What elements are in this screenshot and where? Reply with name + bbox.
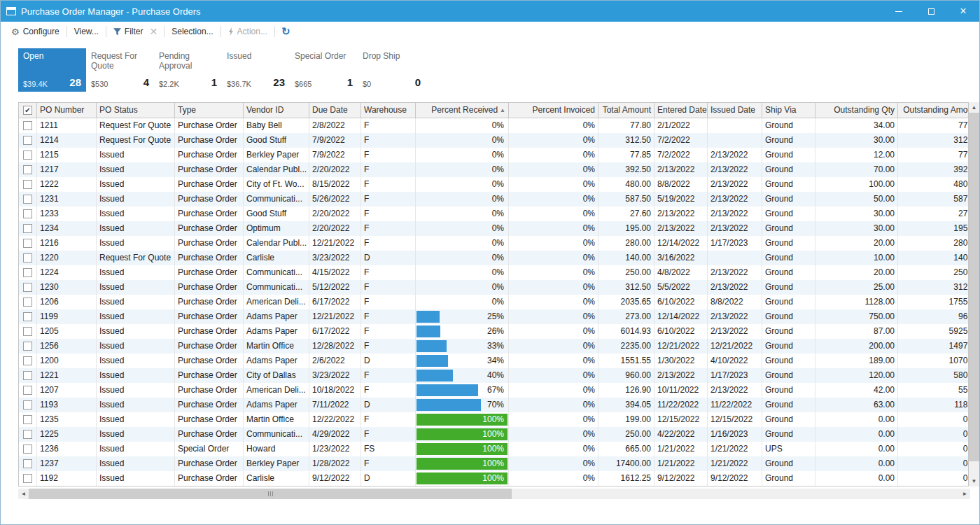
table-row[interactable]: 1222IssuedPurchase OrderCity of Ft. Wo..…	[19, 177, 969, 192]
table-row[interactable]: 1216IssuedPurchase OrderCalendar Publ...…	[19, 236, 969, 251]
row-checkbox[interactable]	[23, 121, 32, 130]
cell-out_amt: 0.00	[898, 442, 969, 456]
column-header-type[interactable]: Type	[175, 103, 244, 118]
table-row[interactable]: 1256IssuedPurchase OrderMartin Office12/…	[19, 339, 969, 354]
row-checkbox[interactable]	[23, 312, 32, 321]
scroll-right-arrow[interactable]: ►	[960, 489, 970, 499]
column-header-issued_date[interactable]: Issued Date	[708, 103, 762, 118]
horizontal-scroll-thumb[interactable]	[29, 489, 512, 499]
status-tile-special-order[interactable]: Special Order$6651	[290, 48, 358, 92]
row-checkbox[interactable]	[23, 444, 32, 454]
table-row[interactable]: 1207IssuedPurchase OrderAmerican Deli...…	[19, 383, 969, 398]
scroll-down-arrow[interactable]: ▼	[969, 476, 979, 486]
column-header-status[interactable]: PO Status	[97, 103, 175, 118]
row-checkbox[interactable]	[23, 371, 32, 380]
row-checkbox[interactable]	[23, 268, 32, 277]
row-checkbox[interactable]	[23, 136, 32, 145]
filter-button[interactable]: Filter	[110, 24, 147, 38]
refresh-icon[interactable]: ↻	[279, 25, 293, 38]
row-checkbox[interactable]	[23, 342, 32, 351]
table-row[interactable]: 1233IssuedPurchase OrderGood Stuff2/20/2…	[19, 206, 969, 221]
row-checkbox[interactable]	[23, 415, 32, 424]
table-row[interactable]: 1225IssuedPurchase OrderCommunicati...4/…	[19, 427, 969, 442]
configure-button[interactable]: ⚙ Configure	[8, 24, 63, 39]
table-row[interactable]: 1192IssuedPurchase OrderCarlisle9/12/202…	[19, 471, 969, 486]
status-tile-open[interactable]: Open$39.4K28	[18, 48, 86, 92]
selection-button[interactable]: Selection...	[168, 24, 216, 38]
row-checkbox[interactable]	[23, 386, 32, 395]
row-checkbox[interactable]	[23, 474, 32, 483]
row-checkbox[interactable]	[23, 459, 32, 468]
cell-issued_date: 2/13/2022	[708, 177, 762, 192]
column-header-ship_via[interactable]: Ship Via	[762, 103, 816, 118]
column-header-out_amt[interactable]: Outstanding Amount	[898, 103, 969, 118]
cell-ship_via: Ground	[762, 339, 816, 354]
column-header-vendor[interactable]: Vendor ID	[244, 103, 309, 118]
table-row[interactable]: 1231IssuedPurchase OrderCommunicati...5/…	[19, 192, 969, 206]
row-checkbox[interactable]	[23, 209, 32, 218]
scroll-left-arrow[interactable]: ◄	[18, 489, 29, 499]
table-row[interactable]: 1220Request For QuotePurchase OrderCarli…	[19, 251, 969, 265]
row-checkbox[interactable]	[23, 327, 32, 336]
table-row[interactable]: 1217IssuedPurchase OrderCalendar Publ...…	[19, 162, 969, 177]
column-header-pct_received[interactable]: Percent Received▲	[416, 103, 509, 118]
scroll-up-arrow[interactable]: ▲	[969, 102, 979, 113]
minimize-button[interactable]	[883, 1, 915, 22]
table-row[interactable]: 1214Request For QuotePurchase OrderGood …	[19, 133, 969, 148]
cell-out_amt: 1070.57	[898, 354, 969, 368]
table-row[interactable]: 1235IssuedPurchase OrderMartin Office12/…	[19, 412, 969, 427]
vertical-scroll-thumb[interactable]	[969, 113, 979, 461]
status-tile-drop-ship[interactable]: Drop Ship$00	[358, 48, 426, 92]
row-checkbox[interactable]	[23, 430, 32, 439]
table-row[interactable]: 1199IssuedPurchase OrderAdams Paper12/21…	[19, 309, 969, 324]
column-header-total[interactable]: Total Amount	[598, 103, 654, 118]
row-checkbox[interactable]	[23, 195, 32, 204]
table-row[interactable]: 1193IssuedPurchase OrderAdams Paper7/11/…	[19, 398, 969, 412]
vertical-scroll-track[interactable]	[969, 113, 979, 476]
column-header-due[interactable]: Due Date	[309, 103, 361, 118]
view-button[interactable]: View...	[71, 24, 102, 38]
close-button[interactable]: ×	[947, 1, 979, 22]
select-all-checkbox[interactable]	[23, 106, 32, 115]
table-row[interactable]: 1221IssuedPurchase OrderCity of Dallas3/…	[19, 368, 969, 383]
row-checkbox[interactable]	[23, 239, 32, 248]
column-header-pct_invoiced[interactable]: Percent Invoiced	[509, 103, 598, 118]
cell-po: 1234	[37, 221, 97, 236]
tile-label: Drop Ship	[363, 52, 421, 62]
table-row[interactable]: 1211Request For QuotePurchase OrderBaby …	[19, 118, 969, 133]
table-row[interactable]: 1215IssuedPurchase OrderBerkley Paper7/9…	[19, 148, 969, 162]
row-checkbox[interactable]	[23, 180, 32, 189]
cell-out_amt: 195.00	[898, 221, 969, 236]
column-header-warehouse[interactable]: Warehouse	[361, 103, 416, 118]
table-row[interactable]: 1234IssuedPurchase OrderOptimum2/20/2022…	[19, 221, 969, 236]
table-row[interactable]: 1206IssuedPurchase OrderAmerican Deli...…	[19, 295, 969, 309]
column-header-po[interactable]: PO Number	[37, 103, 97, 118]
table-row[interactable]: 1237IssuedPurchase OrderBerkley Paper1/2…	[19, 456, 969, 471]
row-checkbox[interactable]	[23, 224, 32, 233]
column-header-out_qty[interactable]: Outstanding Qty	[816, 103, 898, 118]
table-row[interactable]: 1230IssuedPurchase OrderCommunicati...5/…	[19, 280, 969, 295]
row-checkbox[interactable]	[23, 253, 32, 262]
row-checkbox[interactable]	[23, 400, 32, 410]
row-checkbox[interactable]	[23, 150, 32, 160]
table-row[interactable]: 1205IssuedPurchase OrderAdams Paper6/17/…	[19, 324, 969, 339]
row-checkbox[interactable]	[23, 283, 32, 292]
column-header-entered[interactable]: Entered Date	[654, 103, 708, 118]
horizontal-scrollbar[interactable]: ◄ ►	[18, 489, 970, 499]
status-tile-pending-approval[interactable]: Pending Approval$2.2K1	[154, 48, 222, 92]
vertical-scrollbar[interactable]: ▲ ▼	[969, 102, 979, 486]
table-row[interactable]: 1200IssuedPurchase OrderAdams Paper2/6/2…	[19, 354, 969, 368]
cell-out_amt: 312.50	[898, 133, 969, 148]
cell-vendor: Carlisle	[244, 471, 309, 486]
cell-entered: 10/11/2022	[654, 383, 708, 398]
row-checkbox[interactable]	[23, 298, 32, 307]
status-tile-request-for-quote[interactable]: Request For Quote$5304	[86, 48, 154, 92]
status-tile-issued[interactable]: Issued$36.7K23	[222, 48, 290, 92]
row-checkbox[interactable]	[23, 356, 32, 365]
horizontal-scroll-track[interactable]	[29, 489, 960, 499]
table-row[interactable]: 1224IssuedPurchase OrderCommunicati...4/…	[19, 265, 969, 280]
maximize-button[interactable]	[915, 1, 947, 22]
table-row[interactable]: 1236IssuedSpecial OrderHoward1/23/2022FS…	[19, 442, 969, 456]
cell-type: Purchase Order	[175, 368, 244, 383]
row-checkbox[interactable]	[23, 165, 32, 174]
